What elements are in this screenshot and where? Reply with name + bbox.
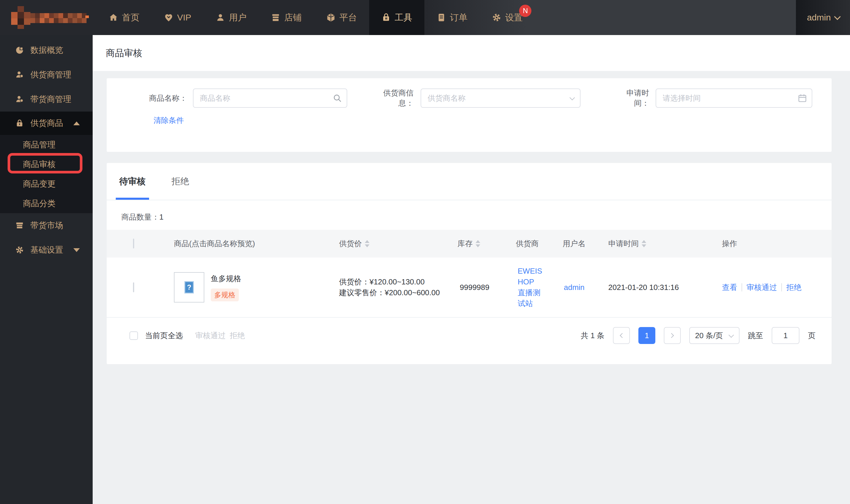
- calendar-icon[interactable]: [798, 93, 807, 103]
- col-action: 操作: [722, 238, 737, 249]
- total-count: 共 1 条: [581, 330, 605, 341]
- tabs: 待审核 拒绝: [107, 163, 832, 200]
- sidebar-label: 商品管理: [23, 139, 55, 150]
- supplier-person-icon: [15, 70, 24, 79]
- supplier-select-placeholder: 供货商名称: [428, 93, 466, 103]
- chevron-down-icon: [569, 95, 575, 100]
- chevron-left-icon: [620, 333, 625, 338]
- tab-pending-review[interactable]: 待审核: [116, 163, 149, 200]
- sidebar-group-supply-goods[interactable]: 供货商品: [0, 111, 93, 135]
- sidebar-item-product-category[interactable]: 商品分类: [0, 194, 93, 213]
- table-footer: 当前页全选 审核通过 拒绝 共 1 条 1 20 条/页 跳至 页: [107, 327, 832, 344]
- reseller-person-icon: [15, 95, 24, 104]
- sort-icon[interactable]: [365, 240, 369, 247]
- sidebar-item-reseller-mgmt[interactable]: 带货商管理: [0, 87, 93, 111]
- caret-down-icon: [73, 248, 80, 252]
- jump-to-label: 跳至: [748, 330, 763, 341]
- supplier-line: HOP: [518, 276, 560, 287]
- supply-price-label: 供货价：: [339, 277, 369, 286]
- col-username: 用户名: [563, 238, 586, 249]
- sidebar-label: 商品分类: [23, 198, 55, 209]
- product-count-label: 商品数量：: [121, 213, 159, 221]
- nav-item-settings[interactable]: 设置 N: [480, 0, 535, 35]
- sidebar-submenu: 商品管理 商品审核 商品变更 商品分类: [0, 135, 93, 213]
- chevron-right-icon: [669, 333, 674, 338]
- table-card: 待审核 拒绝 商品数量：1 商品(点击商品名称预览) 供货价 库存 供货商 用户…: [107, 163, 832, 364]
- gear-icon: [15, 246, 24, 254]
- reject-action[interactable]: 拒绝: [786, 282, 801, 293]
- nav-item-vip[interactable]: VIP: [152, 0, 204, 35]
- col-supply-price: 供货价: [339, 238, 362, 249]
- nav-item-shops[interactable]: 店铺: [259, 0, 314, 35]
- sidebar-label: 供货商品: [30, 118, 63, 129]
- vip-icon: [164, 13, 173, 22]
- nav-item-tools[interactable]: 工具: [369, 0, 424, 35]
- tab-rejected[interactable]: 拒绝: [168, 163, 193, 200]
- product-name-link[interactable]: 鱼多规格: [211, 274, 241, 284]
- col-product: 商品(点击商品名称预览): [174, 238, 255, 249]
- sidebar-item-product-review[interactable]: 商品审核: [0, 155, 93, 174]
- select-all-page-checkbox[interactable]: [129, 331, 138, 340]
- search-icon[interactable]: [333, 93, 342, 103]
- supply-price-value: ¥120.00~130.00: [369, 277, 425, 286]
- product-name-input[interactable]: [193, 89, 347, 108]
- chevron-down-icon: [834, 14, 841, 20]
- product-image[interactable]: ?: [174, 272, 204, 303]
- select-all-label: 当前页全选: [145, 330, 183, 341]
- nav-item-home[interactable]: 首页: [97, 0, 152, 35]
- sidebar-item-product-change[interactable]: 商品变更: [0, 174, 93, 194]
- app-logo: [6, 4, 92, 31]
- sort-icon[interactable]: [475, 240, 480, 247]
- bulk-reject-disabled[interactable]: 拒绝: [230, 330, 245, 341]
- supplier-link[interactable]: EWEIS HOP 直播测 试站: [504, 266, 560, 309]
- approve-action[interactable]: 审核通过: [747, 282, 777, 293]
- nav-label: 工具: [395, 12, 412, 24]
- nav-menu: 首页 VIP 用户 店铺 平台 工具 订单 设置 N: [97, 0, 535, 35]
- product-count: 商品数量：1: [121, 212, 832, 222]
- sidebar-item-product-mgmt[interactable]: 商品管理: [0, 135, 93, 155]
- tools-bag-icon: [381, 13, 391, 22]
- prev-page-button[interactable]: [613, 327, 630, 344]
- row-checkbox[interactable]: [133, 282, 134, 292]
- nav-item-orders[interactable]: 订单: [424, 0, 480, 35]
- view-action[interactable]: 查看: [722, 282, 737, 293]
- nav-item-platform[interactable]: 平台: [314, 0, 369, 35]
- chevron-down-icon: [728, 332, 734, 338]
- retail-price-value: ¥200.00~600.00: [385, 288, 440, 297]
- top-navbar: 首页 VIP 用户 店铺 平台 工具 订单 设置 N: [0, 0, 850, 35]
- sidebar-label: 供货商管理: [30, 69, 71, 80]
- select-all-header-checkbox[interactable]: [133, 238, 134, 249]
- user-menu[interactable]: admin: [796, 0, 850, 35]
- apply-time-input[interactable]: [656, 89, 812, 108]
- sidebar-item-reseller-market[interactable]: 带货市场: [0, 213, 93, 238]
- clear-filters-link[interactable]: 清除条件: [154, 115, 184, 126]
- gear-icon: [492, 13, 501, 22]
- table-header: 商品(点击商品名称预览) 供货价 库存 供货商 用户名 申请时间 操作: [107, 230, 832, 257]
- sidebar-item-basic-settings[interactable]: 基础设置: [0, 238, 93, 262]
- market-shop-icon: [15, 221, 24, 230]
- supplier-select[interactable]: 供货商名称: [421, 89, 580, 108]
- next-page-button[interactable]: [664, 327, 681, 344]
- page-header: 商品审核: [93, 35, 850, 71]
- divider: [781, 283, 782, 291]
- home-icon: [109, 13, 118, 22]
- sort-icon[interactable]: [642, 240, 646, 247]
- notification-badge[interactable]: N: [519, 5, 532, 17]
- page-1-button[interactable]: 1: [638, 327, 655, 344]
- multi-spec-tag: 多规格: [211, 288, 239, 301]
- jump-page-input[interactable]: [772, 327, 799, 344]
- bulk-approve-disabled[interactable]: 审核通过: [195, 330, 226, 341]
- nav-item-users[interactable]: 用户: [204, 0, 259, 35]
- pagination: 共 1 条 1 20 条/页 跳至 页: [581, 327, 816, 344]
- nav-label: 店铺: [284, 12, 302, 24]
- apply-time-value: 2021-01-20 10:31:16: [605, 283, 719, 292]
- sidebar-item-overview[interactable]: 数据概览: [0, 38, 93, 62]
- caret-up-icon: [73, 122, 80, 125]
- sidebar-item-supplier-mgmt[interactable]: 供货商管理: [0, 62, 93, 87]
- username-link[interactable]: admin: [560, 283, 605, 292]
- page-size-select[interactable]: 20 条/页: [689, 327, 740, 344]
- order-doc-icon: [437, 13, 446, 22]
- nav-label: 用户: [229, 12, 246, 24]
- sidebar-label: 数据概览: [30, 45, 63, 56]
- user-name: admin: [807, 13, 831, 22]
